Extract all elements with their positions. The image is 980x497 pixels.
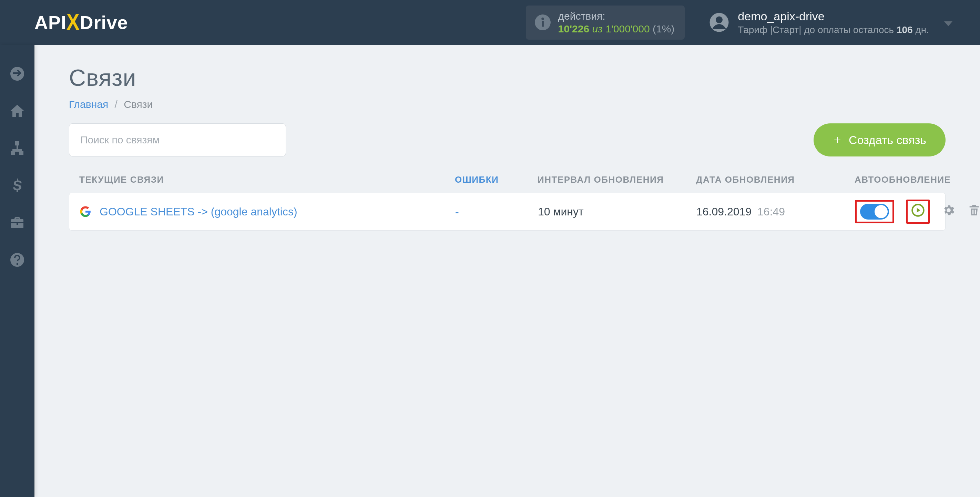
search-input[interactable] bbox=[69, 123, 286, 156]
sidebar-item-enter[interactable] bbox=[0, 55, 35, 92]
sidebar-item-briefcase[interactable] bbox=[0, 204, 35, 241]
sidebar bbox=[0, 45, 35, 497]
th-date: ДАТА ОБНОВЛЕНИЯ bbox=[696, 174, 854, 185]
sidebar-item-home[interactable] bbox=[0, 92, 35, 130]
th-name: ТЕКУЩИЕ СВЯЗИ bbox=[79, 174, 455, 185]
user-box[interactable]: demo_apix-drive Тариф |Старт| до оплаты … bbox=[709, 9, 980, 36]
breadcrumb-sep: / bbox=[115, 99, 118, 110]
tariff-suffix: дн. bbox=[913, 24, 929, 35]
actions-percent: (1%) bbox=[653, 23, 675, 35]
row-interval: 10 минут bbox=[538, 205, 697, 218]
sidebar-item-connections[interactable] bbox=[0, 130, 35, 167]
sitemap-icon bbox=[9, 140, 25, 156]
tariff-prefix: Тариф |Старт| до оплаты осталось bbox=[738, 24, 897, 35]
actions-label: действия: bbox=[558, 10, 675, 23]
actions-text: действия: 10'226 из 1'000'000 (1%) bbox=[558, 10, 675, 35]
tariff-days: 106 bbox=[897, 24, 913, 35]
auto-toggle[interactable] bbox=[860, 204, 889, 220]
help-icon bbox=[9, 252, 25, 268]
svg-rect-1 bbox=[542, 21, 544, 27]
play-icon[interactable] bbox=[911, 203, 925, 220]
row-name-text: GOOGLE SHEETS -> (google analytics) bbox=[100, 205, 298, 218]
create-button-label: Создать связь bbox=[849, 134, 926, 147]
breadcrumb: Главная / Связи bbox=[69, 99, 945, 110]
svg-point-2 bbox=[541, 18, 544, 20]
briefcase-icon bbox=[9, 214, 25, 231]
trash-icon[interactable] bbox=[967, 203, 980, 220]
info-icon bbox=[534, 14, 551, 31]
actions-of: из bbox=[592, 23, 603, 35]
sidebar-item-billing[interactable] bbox=[0, 167, 35, 204]
row-date-value: 16.09.2019 bbox=[697, 205, 751, 218]
avatar-icon bbox=[709, 12, 730, 33]
svg-point-4 bbox=[716, 16, 722, 24]
header: APIXDrive действия: 10'226 из 1'000'000 … bbox=[0, 0, 980, 45]
table-header: ТЕКУЩИЕ СВЯЗИ ОШИБКИ ИНТЕРВАЛ ОБНОВЛЕНИЯ… bbox=[69, 174, 945, 193]
gear-icon[interactable] bbox=[942, 203, 956, 220]
chevron-down-icon[interactable] bbox=[944, 21, 953, 26]
breadcrumb-home[interactable]: Главная bbox=[69, 99, 108, 110]
logo-text-pre: API bbox=[35, 12, 67, 33]
logo-x: X bbox=[67, 8, 80, 35]
th-errors: ОШИБКИ bbox=[455, 174, 538, 185]
toolbar: Создать связь bbox=[69, 123, 945, 156]
row-time-value: 16:49 bbox=[757, 205, 785, 218]
th-auto: АВТООБНОВЛЕНИЕ bbox=[854, 174, 951, 185]
th-interval: ИНТЕРВАЛ ОБНОВЛЕНИЯ bbox=[538, 174, 696, 185]
row-errors: - bbox=[455, 205, 538, 218]
logo[interactable]: APIXDrive bbox=[0, 0, 152, 45]
google-icon bbox=[80, 206, 91, 217]
table-row: GOOGLE SHEETS -> (google analytics) - 10… bbox=[69, 193, 945, 231]
user-name: demo_apix-drive bbox=[738, 9, 929, 24]
create-connection-button[interactable]: Создать связь bbox=[814, 123, 945, 156]
dollar-icon bbox=[9, 177, 25, 194]
sidebar-item-help[interactable] bbox=[0, 241, 35, 279]
row-auto bbox=[855, 199, 980, 224]
connections-table: ТЕКУЩИЕ СВЯЗИ ОШИБКИ ИНТЕРВАЛ ОБНОВЛЕНИЯ… bbox=[69, 174, 945, 231]
breadcrumb-current: Связи bbox=[124, 99, 153, 110]
user-tariff: Тариф |Старт| до оплаты осталось 106 дн. bbox=[738, 24, 929, 36]
actions-current: 10'226 bbox=[558, 23, 590, 35]
content: Связи Главная / Связи Создать связь ТЕКУ… bbox=[35, 45, 980, 497]
arrow-right-circle-icon bbox=[9, 65, 25, 82]
highlight-play bbox=[906, 199, 930, 224]
actions-total: 1'000'000 bbox=[605, 23, 649, 35]
plus-icon bbox=[833, 135, 842, 144]
page-title: Связи bbox=[69, 64, 945, 91]
row-date: 16.09.2019 16:49 bbox=[697, 205, 855, 218]
logo-text-post: Drive bbox=[80, 12, 128, 33]
row-name[interactable]: GOOGLE SHEETS -> (google analytics) bbox=[80, 205, 455, 218]
highlight-toggle bbox=[855, 200, 894, 223]
user-text: demo_apix-drive Тариф |Старт| до оплаты … bbox=[738, 9, 929, 36]
home-icon bbox=[9, 103, 25, 119]
actions-box: действия: 10'226 из 1'000'000 (1%) bbox=[526, 5, 685, 40]
